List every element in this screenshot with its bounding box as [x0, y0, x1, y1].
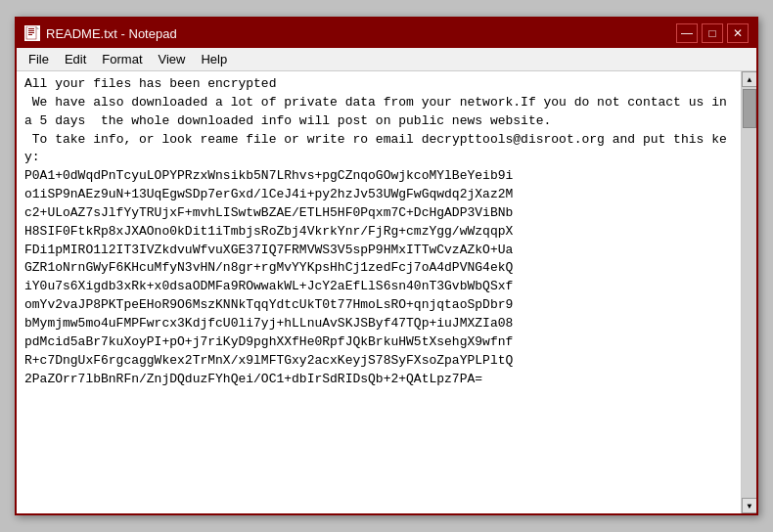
app-icon [24, 25, 40, 41]
menu-view[interactable]: View [151, 50, 194, 68]
scroll-up-button[interactable]: ▲ [742, 71, 756, 87]
svg-rect-2 [28, 30, 34, 31]
menu-help[interactable]: Help [193, 50, 235, 68]
text-editor[interactable]: All your files has been encrypted We hav… [17, 71, 741, 513]
vertical-scrollbar[interactable]: ▲ ▼ [741, 71, 756, 513]
window-controls: — □ ✕ [676, 23, 749, 43]
window-title: README.txt - Notepad [46, 26, 177, 41]
scrollbar-track[interactable] [742, 87, 756, 498]
maximize-button[interactable]: □ [702, 23, 723, 43]
notepad-window: README.txt - Notepad — □ ✕ File Edit For… [15, 17, 758, 515]
title-bar: README.txt - Notepad — □ ✕ [17, 19, 756, 48]
minimize-button[interactable]: — [676, 23, 698, 43]
scrollbar-thumb[interactable] [743, 89, 756, 128]
svg-rect-3 [28, 32, 34, 33]
close-button[interactable]: ✕ [727, 23, 749, 43]
menu-edit[interactable]: Edit [57, 50, 94, 68]
svg-rect-1 [28, 28, 34, 29]
content-area: All your files has been encrypted We hav… [17, 71, 756, 513]
svg-marker-5 [36, 26, 39, 29]
svg-rect-4 [28, 34, 32, 35]
menu-bar: File Edit Format View Help [17, 48, 756, 71]
scroll-down-button[interactable]: ▼ [742, 498, 756, 513]
menu-format[interactable]: Format [94, 50, 150, 68]
menu-file[interactable]: File [21, 50, 57, 68]
title-bar-left: README.txt - Notepad [24, 25, 177, 41]
